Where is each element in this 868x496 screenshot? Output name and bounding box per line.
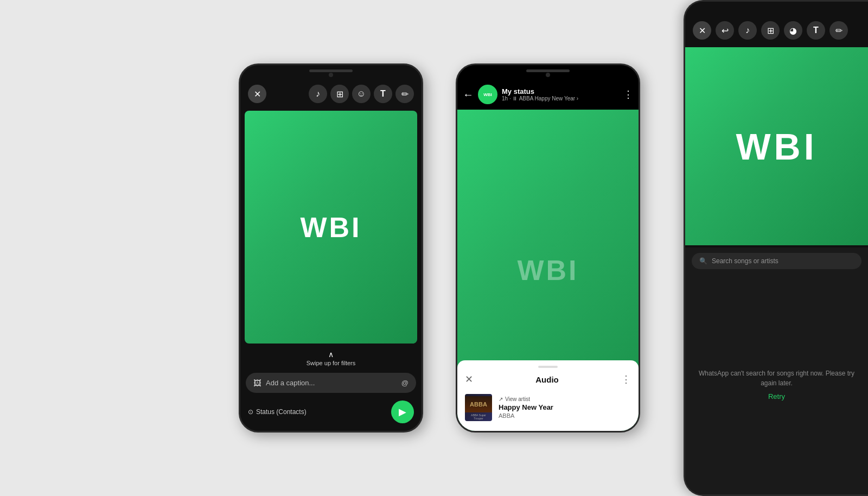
track-row: ABBA ABBA Super Trouper ↗ View artist xyxy=(457,390,639,425)
retry-button[interactable]: Retry xyxy=(768,392,785,400)
at-icon[interactable]: @ xyxy=(401,379,409,387)
screen-left: ✕ ♪ ⊞ ☺ T xyxy=(240,65,422,431)
music-icon-right: ♪ xyxy=(745,26,750,35)
undo-icon-btn[interactable]: ↩ xyxy=(716,21,734,40)
send-button[interactable]: ▶ xyxy=(391,400,414,423)
send-row: ⊙ Status (Contacts) ▶ xyxy=(240,396,422,431)
view-artist-button[interactable]: ↗ View artist xyxy=(499,396,631,402)
caption-left: 🖼 Add a caption... xyxy=(253,378,315,387)
panel-more-button[interactable]: ⋮ xyxy=(621,373,631,385)
sticker-icon: ◕ xyxy=(789,26,797,36)
track-artist: ABBA xyxy=(499,412,631,419)
image-icon: 🖼 xyxy=(253,378,261,387)
status-content-middle: WBI ✕ Audio ⋮ xyxy=(457,110,639,431)
music-icon-btn-right[interactable]: ♪ xyxy=(738,21,757,40)
sticker-icon-btn[interactable]: ◕ xyxy=(784,21,802,40)
send-icon: ▶ xyxy=(399,406,406,418)
scene: ✕ ♪ ⊞ ☺ T xyxy=(0,0,868,496)
more-button[interactable]: ⋮ xyxy=(623,88,633,100)
edit-icon-btn-right[interactable]: ✏ xyxy=(829,21,848,40)
panel-header: ✕ Audio ⋮ xyxy=(457,373,639,390)
search-section: 🔍 Search songs or artists xyxy=(685,247,868,275)
back-button[interactable]: ← xyxy=(463,88,474,101)
crop-icon-right: ⊞ xyxy=(767,26,774,36)
caption-bar[interactable]: 🖼 Add a caption... @ xyxy=(246,373,416,393)
error-text: WhatsApp can't search for songs right no… xyxy=(693,368,860,388)
status-header: ← WBI My status 1h · ⏸ ABBA Happy New Ye… xyxy=(457,65,639,110)
right-toolbar: ✕ ↩ ♪ ⊞ ◕ T ✏ xyxy=(685,2,868,45)
wbi-logo-middle: WBI xyxy=(517,254,578,287)
music-icon: ♪ xyxy=(316,89,320,99)
emoji-icon: ☺ xyxy=(357,89,366,99)
close-button-left[interactable]: ✕ xyxy=(248,85,266,103)
panel-title: Audio xyxy=(473,375,621,384)
status-name: My status xyxy=(502,87,619,96)
panel-handle xyxy=(538,366,558,368)
panel-close-button[interactable]: ✕ xyxy=(465,373,473,385)
text-icon-btn-right[interactable]: T xyxy=(807,21,825,40)
status-time: 1h · ⏸ ABBA Happy New Year › xyxy=(502,96,619,101)
status-info: My status 1h · ⏸ ABBA Happy New Year › xyxy=(502,87,619,101)
status-label: ⊙ Status (Contacts) xyxy=(248,408,307,416)
search-bar[interactable]: 🔍 Search songs or artists xyxy=(692,253,861,269)
wbi-logo-left: WBI xyxy=(300,211,361,244)
external-link-icon: ↗ xyxy=(499,396,503,402)
crop-icon-btn-right[interactable]: ⊞ xyxy=(761,21,780,40)
phone-right: ✕ ↩ ♪ ⊞ ◕ T ✏ xyxy=(684,0,868,496)
text-icon-btn[interactable]: T xyxy=(374,85,392,103)
phones-row: ✕ ♪ ⊞ ☺ T xyxy=(217,63,651,433)
crop-icon: ⊞ xyxy=(336,89,343,99)
emoji-icon-btn[interactable]: ☺ xyxy=(352,85,371,103)
contacts-icon: ⊙ xyxy=(248,408,253,416)
toolbar-icons-right: ♪ ⊞ ☺ T ✏ xyxy=(309,85,414,103)
status-image-left: WBI xyxy=(245,111,417,344)
undo-icon: ↩ xyxy=(722,26,729,36)
screen-middle: ← WBI My status 1h · ⏸ ABBA Happy New Ye… xyxy=(457,65,639,431)
album-art-inner: ABBA ABBA Super Trouper xyxy=(465,394,492,421)
swipe-arrow-icon: ∧ xyxy=(328,350,334,359)
avatar: WBI xyxy=(478,85,497,104)
edit-icon-btn[interactable]: ✏ xyxy=(395,85,414,103)
edit-icon: ✏ xyxy=(401,89,409,99)
wbi-logo-right: WBI xyxy=(736,125,817,168)
edit-icon-right: ✏ xyxy=(835,26,843,36)
phone-middle: ← WBI My status 1h · ⏸ ABBA Happy New Ye… xyxy=(456,63,640,433)
music-icon-btn[interactable]: ♪ xyxy=(309,85,327,103)
crop-icon-btn[interactable]: ⊞ xyxy=(330,85,349,103)
status-image-right: WBI xyxy=(685,47,868,245)
swipe-hint: ∧ Swipe up for filters xyxy=(240,346,422,370)
text-icon-right: T xyxy=(813,26,819,35)
audio-panel: ✕ Audio ⋮ ABBA ABBA Super Trouper xyxy=(457,360,639,431)
search-icon: 🔍 xyxy=(699,257,707,265)
text-icon: T xyxy=(380,89,386,99)
top-toolbar-left: ✕ ♪ ⊞ ☺ T xyxy=(240,65,422,109)
search-placeholder: Search songs or artists xyxy=(712,257,778,265)
error-section: WhatsApp can't search for songs right no… xyxy=(685,275,868,494)
phone-left: ✕ ♪ ⊞ ☺ T xyxy=(239,63,423,433)
screen-right: ✕ ↩ ♪ ⊞ ◕ T ✏ xyxy=(685,2,868,494)
album-art: ABBA ABBA Super Trouper xyxy=(465,394,492,421)
close-button-right[interactable]: ✕ xyxy=(693,21,711,40)
album-label: ABBA Super Trouper xyxy=(465,412,492,421)
track-name: Happy New Year xyxy=(499,403,631,411)
